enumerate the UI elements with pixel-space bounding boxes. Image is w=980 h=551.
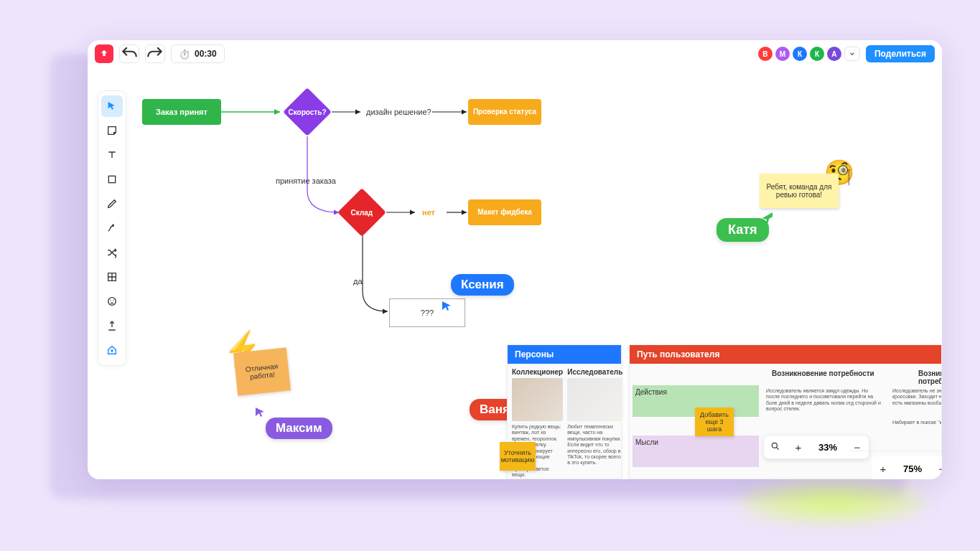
flow-node-feedback[interactable]: Макет фидбека bbox=[468, 199, 541, 225]
zoom-out-button[interactable]: − bbox=[930, 463, 942, 475]
zoom-control-app: + 75% − bbox=[872, 456, 942, 479]
persona-image bbox=[512, 378, 563, 421]
flow-node-decision-speed[interactable]: Скорость? bbox=[283, 88, 332, 136]
cursor-tag-ksenia: Ксения bbox=[451, 274, 514, 296]
zoom-value: 75% bbox=[895, 463, 930, 474]
flow-node-unknown[interactable]: ??? bbox=[389, 298, 465, 327]
edge-label-design: дизайн решение? bbox=[366, 108, 431, 116]
persona-title: Коллекционер bbox=[512, 368, 563, 376]
decision-label: Скорость? bbox=[288, 108, 326, 116]
persona-title: Исследователь bbox=[567, 368, 622, 376]
decision-label: Склад bbox=[351, 209, 373, 217]
journey-row-thoughts: Мысли bbox=[633, 435, 759, 467]
row-label: Мысли bbox=[635, 438, 756, 447]
sticky-team-ready[interactable]: Ребят, команда для ревью готова! bbox=[760, 174, 839, 208]
flow-node-check-status[interactable]: Проверка статуса bbox=[468, 99, 541, 125]
cursor-tag-maxim: Максим bbox=[266, 418, 332, 439]
edge-label-no: нет bbox=[422, 208, 435, 217]
cursor-pointer-icon bbox=[441, 300, 452, 311]
journey-cell: Исследователь является заядл одежды. Но … bbox=[763, 385, 885, 433]
cursor-pointer-icon bbox=[254, 406, 266, 418]
persona-image bbox=[567, 378, 622, 421]
persona-text: Любит тематически вещи, часто на импульс… bbox=[567, 424, 622, 466]
panel-journey-header: Путь пользователя bbox=[630, 345, 941, 364]
decorative-glow bbox=[739, 481, 926, 524]
cursor-tag-katya: Катя bbox=[717, 218, 769, 242]
zoom-in-button[interactable]: + bbox=[872, 463, 895, 475]
zoom-in-button[interactable]: + bbox=[787, 441, 810, 453]
zoom-value: 33% bbox=[810, 442, 846, 453]
journey-cell: Исследователь не зна кроссовки. Заходит … bbox=[890, 385, 942, 411]
sticky-add-steps[interactable]: Добавить еще 3 шага bbox=[695, 408, 734, 436]
svg-line-12 bbox=[777, 447, 779, 449]
edge-label-yes: да bbox=[353, 277, 363, 286]
row-label: Действия bbox=[635, 388, 756, 397]
sticky-great-job[interactable]: Отличная работа! bbox=[233, 347, 291, 395]
journey-col-header: Возникновение потребности bbox=[772, 369, 874, 377]
flow-node-start[interactable]: Заказ принят bbox=[142, 99, 221, 125]
journey-col-header: Возникновение потребности bbox=[918, 369, 942, 385]
divider bbox=[849, 451, 942, 451]
sticky-clarify[interactable]: Уточнить мотивацию bbox=[500, 442, 536, 471]
search-icon bbox=[770, 441, 780, 451]
edge-label-accept: принятие заказа bbox=[276, 176, 336, 185]
persona-col: Исследователь Любит тематически вещи, ча… bbox=[567, 368, 622, 479]
panel-personas-header: Персоны bbox=[508, 345, 621, 364]
flow-node-decision-stock[interactable]: Склад bbox=[337, 188, 386, 237]
zoom-search-button[interactable] bbox=[764, 441, 787, 453]
app-window: ⏱️ 00:30 В М К К А Поделиться bbox=[88, 40, 942, 479]
journey-cell: Набирает в поиске "кр bbox=[890, 417, 942, 427]
zoom-control-inner: + 33% − bbox=[763, 435, 869, 459]
canvas[interactable]: Заказ принят Скорость? дизайн решение? П… bbox=[88, 40, 942, 479]
svg-point-11 bbox=[772, 443, 777, 448]
